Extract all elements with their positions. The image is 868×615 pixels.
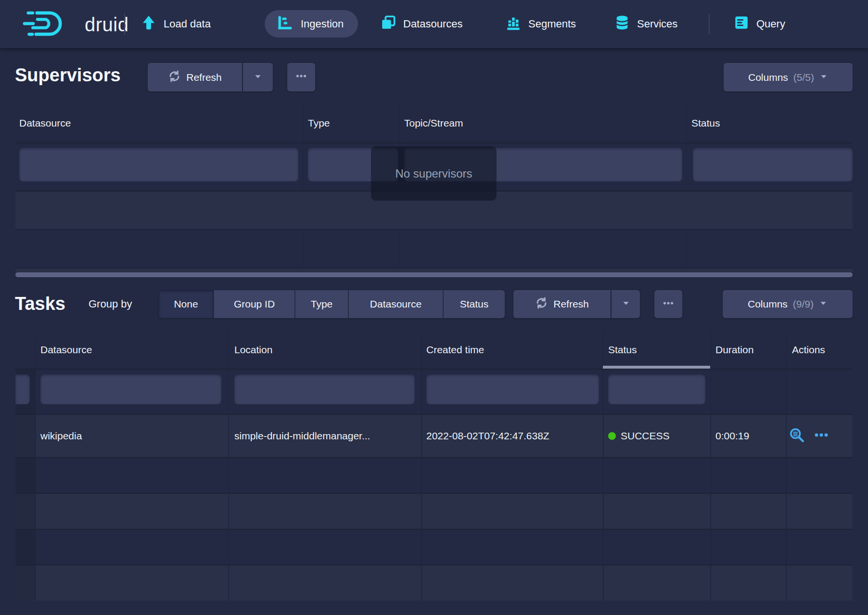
group-by-none-button[interactable]: None bbox=[159, 290, 213, 318]
nav-item-label: Segments bbox=[528, 18, 576, 30]
cell-actions bbox=[789, 415, 829, 457]
horizontal-scrollbar[interactable] bbox=[15, 272, 853, 277]
nav-item-label: Datasources bbox=[403, 18, 463, 30]
nav-item-label: Query bbox=[756, 18, 785, 30]
more-icon bbox=[662, 297, 675, 312]
column-header-status[interactable]: Status bbox=[608, 331, 637, 369]
nav-item-query[interactable]: Query bbox=[733, 0, 785, 48]
nav-item-ingestion[interactable]: Ingestion bbox=[265, 10, 358, 38]
nav-item-datasources[interactable]: Datasources bbox=[380, 0, 463, 48]
nav-item-segments[interactable]: Segments bbox=[505, 0, 576, 48]
column-divider bbox=[35, 331, 36, 601]
cell-datasource: wikipedia bbox=[40, 415, 82, 457]
upload-icon bbox=[140, 14, 157, 34]
columns-count: (5/5) bbox=[793, 72, 814, 83]
row-divider bbox=[15, 564, 853, 565]
nav-item-services[interactable]: Services bbox=[614, 0, 677, 48]
header-divider bbox=[15, 142, 853, 143]
column-header-status[interactable]: Status bbox=[691, 103, 720, 142]
column-divider bbox=[603, 331, 604, 601]
column-divider bbox=[786, 331, 787, 601]
refresh-label: Refresh bbox=[553, 298, 589, 310]
tasks-table: Datasource Location Created time Status … bbox=[15, 331, 853, 601]
column-header-type[interactable]: Type bbox=[308, 103, 330, 142]
column-header-actions[interactable]: Actions bbox=[792, 331, 825, 369]
no-supervisors-overlay: No supervisors bbox=[371, 146, 497, 201]
refresh-icon bbox=[168, 70, 181, 85]
query-icon bbox=[733, 14, 750, 34]
refresh-icon bbox=[535, 296, 548, 312]
chevron-down-icon bbox=[819, 72, 828, 83]
segments-icon bbox=[505, 14, 522, 34]
group-by-datasource-button[interactable]: Datasource bbox=[348, 290, 443, 318]
datasource-filter-input[interactable] bbox=[19, 148, 298, 181]
tasks-more-button[interactable] bbox=[654, 290, 682, 318]
column-divider bbox=[228, 331, 229, 601]
tasks-refresh-menu-button[interactable] bbox=[612, 290, 640, 318]
supervisors-table: Datasource Type Topic/Stream Status No s… bbox=[15, 103, 853, 277]
group-by-status-button[interactable]: Status bbox=[443, 290, 505, 318]
group-by-group-id-button[interactable]: Group ID bbox=[213, 290, 294, 318]
status-filter-input[interactable] bbox=[693, 148, 853, 181]
task-actions-more-icon[interactable] bbox=[814, 427, 829, 445]
status-filter-input[interactable] bbox=[608, 374, 705, 404]
row-divider bbox=[15, 493, 853, 494]
nav-divider bbox=[124, 13, 125, 35]
refresh-label: Refresh bbox=[186, 72, 222, 83]
supervisors-refresh-menu-button[interactable] bbox=[243, 63, 273, 91]
column-divider bbox=[686, 103, 687, 272]
group-by-type-button[interactable]: Type bbox=[294, 290, 348, 318]
table-row[interactable]: wikipedia simple-druid-middlemanager... … bbox=[15, 415, 853, 457]
columns-count: (9/9) bbox=[793, 298, 814, 310]
empty-message: No supervisors bbox=[395, 167, 472, 180]
column-header-created-time[interactable]: Created time bbox=[426, 331, 484, 369]
services-icon bbox=[614, 14, 630, 34]
cell-duration: 0:00:19 bbox=[715, 415, 749, 457]
supervisors-refresh-button[interactable]: Refresh bbox=[148, 63, 242, 91]
cell-location: simple-druid-middlemanager... bbox=[234, 415, 370, 457]
column-divider bbox=[421, 331, 422, 601]
cell-status: SUCCESS bbox=[608, 415, 670, 457]
column-header-topic-stream[interactable]: Topic/Stream bbox=[404, 103, 463, 142]
chevron-down-icon bbox=[819, 298, 828, 310]
task-id-filter-input[interactable] bbox=[15, 374, 30, 404]
table-row bbox=[15, 269, 853, 272]
columns-label: Columns bbox=[748, 72, 788, 83]
status-success-dot bbox=[608, 432, 616, 440]
druid-console: druid Load data Ingestion bbox=[0, 0, 868, 615]
nav-item-label: Ingestion bbox=[301, 18, 344, 30]
chevron-down-icon bbox=[254, 72, 262, 83]
cell-created-time: 2022-08-02T07:42:47.638Z bbox=[426, 415, 549, 457]
datasources-icon bbox=[380, 14, 396, 34]
chevron-down-icon bbox=[622, 298, 630, 310]
more-icon bbox=[295, 70, 307, 85]
supervisors-columns-button[interactable]: Columns (5/5) bbox=[724, 63, 853, 91]
column-divider bbox=[302, 103, 303, 272]
table-row bbox=[15, 565, 853, 601]
supervisors-more-button[interactable] bbox=[287, 63, 315, 91]
tasks-columns-button[interactable]: Columns (9/9) bbox=[723, 290, 853, 318]
status-text: SUCCESS bbox=[621, 430, 670, 442]
created-time-filter-input[interactable] bbox=[426, 374, 599, 404]
inspect-task-icon[interactable] bbox=[789, 427, 805, 445]
top-nav: druid Load data Ingestion bbox=[0, 0, 868, 48]
column-header-datasource[interactable]: Datasource bbox=[40, 331, 92, 369]
group-by-button-group: None Group ID Type Datasource Status bbox=[159, 290, 505, 318]
location-filter-input[interactable] bbox=[234, 374, 415, 404]
druid-logo-icon bbox=[22, 10, 76, 39]
column-header-duration[interactable]: Duration bbox=[715, 331, 753, 369]
datasource-filter-input[interactable] bbox=[40, 374, 221, 404]
column-header-location[interactable]: Location bbox=[234, 331, 272, 369]
row-divider bbox=[15, 229, 853, 230]
row-divider bbox=[15, 457, 853, 458]
nav-item-load-data[interactable]: Load data bbox=[140, 0, 211, 48]
row-divider bbox=[15, 529, 853, 530]
tasks-refresh-button[interactable]: Refresh bbox=[513, 290, 611, 318]
ingestion-icon bbox=[276, 14, 294, 34]
header-divider bbox=[15, 369, 853, 370]
druid-logo[interactable]: druid bbox=[22, 11, 128, 38]
nav-divider bbox=[709, 13, 710, 35]
brand-name: druid bbox=[85, 14, 128, 36]
nav-item-label: Services bbox=[637, 18, 677, 30]
column-header-datasource[interactable]: Datasource bbox=[19, 103, 71, 142]
